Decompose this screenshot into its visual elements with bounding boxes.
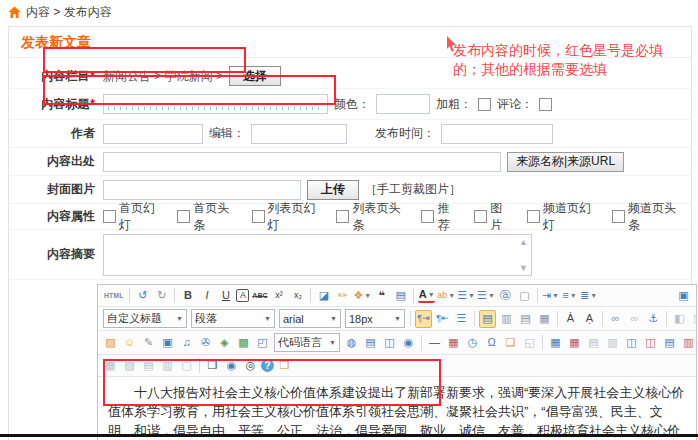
para-spacing-icon[interactable]: ≣▼ bbox=[580, 287, 597, 304]
checkbox-icon[interactable] bbox=[421, 210, 434, 223]
highlight-color-icon[interactable]: ab▼ bbox=[437, 287, 455, 304]
link-icon[interactable]: ∞ bbox=[607, 310, 624, 327]
font-family-select[interactable]: arial▼ bbox=[279, 309, 341, 328]
home-icon[interactable] bbox=[8, 6, 21, 19]
checkbox-icon[interactable] bbox=[252, 210, 265, 223]
undo-icon[interactable]: ↺ bbox=[134, 287, 151, 304]
auto-typeset-icon[interactable]: ⓐ bbox=[497, 287, 514, 304]
callout-icon[interactable]: ❏ bbox=[502, 334, 519, 351]
editor-content-area[interactable]: 十八大报告对社会主义核心价值体系建设提出了新部署新要求，强调“要深入开展社会主义… bbox=[98, 377, 696, 440]
align-justify-icon[interactable]: ▦ bbox=[536, 310, 553, 327]
source-input[interactable] bbox=[103, 152, 501, 172]
page-break-icon[interactable]: ▢ bbox=[178, 357, 195, 374]
italic-icon[interactable]: I bbox=[198, 287, 215, 304]
anchor-icon[interactable]: ⚓ bbox=[645, 310, 662, 327]
horizontal-rule-icon[interactable]: — bbox=[426, 334, 443, 351]
color-brush-icon[interactable]: ❖▼ bbox=[353, 287, 371, 304]
outdent-icon[interactable]: ¶⇤ bbox=[434, 310, 451, 327]
date-icon[interactable]: ▦ bbox=[445, 334, 462, 351]
comment-checkbox[interactable] bbox=[539, 98, 552, 111]
bold-icon[interactable]: B bbox=[179, 287, 196, 304]
sort-table-icon[interactable]: ▦ bbox=[102, 357, 119, 374]
word-spacing-icon[interactable]: Ạ bbox=[581, 310, 598, 327]
format-eraser-icon[interactable]: ◪ bbox=[315, 287, 332, 304]
special-char-icon[interactable]: Ω bbox=[483, 334, 500, 351]
col-shade-icon[interactable]: ▥ bbox=[159, 357, 176, 374]
align-right-icon[interactable]: ▤ bbox=[517, 310, 534, 327]
blank-page-icon[interactable]: ▢ bbox=[516, 287, 533, 304]
cover-input[interactable] bbox=[103, 180, 301, 200]
superscript-icon[interactable]: x² bbox=[270, 287, 287, 304]
redo-icon[interactable]: ↻ bbox=[153, 287, 170, 304]
custom-title-select[interactable]: 自定义标题▼ bbox=[103, 309, 187, 328]
gmap-icon[interactable]: ▩ bbox=[235, 334, 252, 351]
align-center-icon[interactable]: ▥ bbox=[498, 310, 515, 327]
emotion-icon[interactable]: ☺ bbox=[121, 334, 138, 351]
checkbox-icon[interactable] bbox=[474, 210, 487, 223]
content-title-input[interactable] bbox=[103, 94, 328, 114]
img-float-left-icon[interactable]: ◧ bbox=[671, 310, 688, 327]
print-icon[interactable]: ❒ bbox=[204, 357, 221, 374]
attr-checkbox-6[interactable]: 图片 bbox=[474, 200, 510, 234]
snapshot-icon[interactable]: ◱ bbox=[521, 334, 538, 351]
video-icon[interactable]: ▣ bbox=[159, 334, 176, 351]
music-icon[interactable]: ♫ bbox=[178, 334, 195, 351]
upload-button[interactable]: 上传 bbox=[307, 180, 359, 200]
checkbox-icon[interactable] bbox=[177, 210, 190, 223]
pubtime-input[interactable] bbox=[441, 124, 553, 144]
indent-first-line-icon[interactable]: ¶⇥ bbox=[415, 310, 432, 328]
line-break-icon[interactable]: ☰ bbox=[453, 310, 470, 327]
checkbox-icon[interactable] bbox=[103, 210, 116, 223]
letter-spacing-icon[interactable]: Ȧ bbox=[562, 310, 579, 327]
fullscreen-icon[interactable]: ▣ bbox=[675, 287, 692, 304]
summary-scrollbar[interactable]: ▲ ▼ bbox=[516, 235, 531, 275]
insert-row-icon[interactable]: ▤ bbox=[585, 334, 602, 351]
iframe-icon[interactable]: ◉ bbox=[400, 334, 417, 351]
scroll-down-icon[interactable]: ▼ bbox=[519, 263, 528, 273]
select-column-button[interactable]: 选择 bbox=[229, 66, 281, 86]
document-icon[interactable]: ◰ bbox=[254, 334, 271, 351]
title-color-input[interactable] bbox=[376, 94, 430, 114]
map-icon[interactable]: ◈ bbox=[216, 334, 233, 351]
row-shade-icon[interactable]: ▤ bbox=[140, 357, 157, 374]
source-name-url-button[interactable]: 来源名称|来源URL bbox=[507, 152, 624, 172]
checkbox-icon[interactable] bbox=[527, 210, 540, 223]
attr-checkbox-2[interactable]: 首页头条 bbox=[177, 200, 234, 234]
underline-icon[interactable]: U bbox=[217, 287, 234, 304]
attr-checkbox-5[interactable]: 推荐 bbox=[421, 200, 457, 234]
checkbox-icon[interactable] bbox=[336, 210, 349, 223]
find-replace-icon[interactable]: ◎ bbox=[242, 357, 259, 374]
columns-icon[interactable]: ◫ bbox=[381, 334, 398, 351]
checkbox-icon[interactable] bbox=[612, 210, 625, 223]
unordered-list-icon[interactable]: ☰▼ bbox=[477, 287, 495, 304]
img-inline-icon[interactable]: ◫ bbox=[690, 310, 696, 327]
attr-checkbox-8[interactable]: 频道页头条 bbox=[612, 200, 680, 234]
delete-table-icon[interactable]: ▦ bbox=[566, 334, 583, 351]
delete-row-icon[interactable]: ▤ bbox=[661, 334, 678, 351]
unlink-icon[interactable]: ∞ bbox=[626, 310, 643, 327]
summary-textarea[interactable] bbox=[104, 235, 516, 275]
font-border-icon[interactable]: A bbox=[236, 289, 249, 302]
split-cells-icon[interactable]: ◫ bbox=[642, 334, 659, 351]
title-bold-checkbox[interactable] bbox=[478, 98, 491, 111]
insert-col-icon[interactable]: ▥ bbox=[604, 334, 621, 351]
font-color-icon[interactable]: A▼ bbox=[418, 289, 435, 303]
breadcrumb-text[interactable]: 内容 > 发布内容 bbox=[26, 4, 112, 21]
picture-icon[interactable]: ▨ bbox=[102, 334, 119, 351]
strikethrough-icon[interactable]: ABC bbox=[251, 287, 268, 304]
editor-input[interactable] bbox=[251, 124, 347, 144]
scrawl-icon[interactable]: ✎ bbox=[140, 334, 157, 351]
author-input[interactable] bbox=[103, 124, 203, 144]
merge-cells-icon[interactable]: ◫ bbox=[623, 334, 640, 351]
attr-checkbox-4[interactable]: 列表页头条 bbox=[336, 200, 404, 234]
attr-checkbox-3[interactable]: 列表页幻灯 bbox=[252, 200, 320, 234]
line-height-icon[interactable]: ≡▼ bbox=[561, 287, 578, 304]
insert-table-icon[interactable]: ▦ bbox=[547, 334, 564, 351]
paste-icon[interactable]: ❐ bbox=[276, 357, 293, 374]
align-left-icon[interactable]: ▤ bbox=[479, 310, 496, 328]
paragraph-select[interactable]: 段落▼ bbox=[191, 309, 275, 328]
blockquote-icon[interactable]: ❝ bbox=[373, 287, 390, 304]
ordered-list-icon[interactable]: ☰▼ bbox=[457, 287, 475, 304]
attachment-icon[interactable]: ✇ bbox=[197, 334, 214, 351]
attr-checkbox-1[interactable]: 首页幻灯 bbox=[103, 200, 160, 234]
